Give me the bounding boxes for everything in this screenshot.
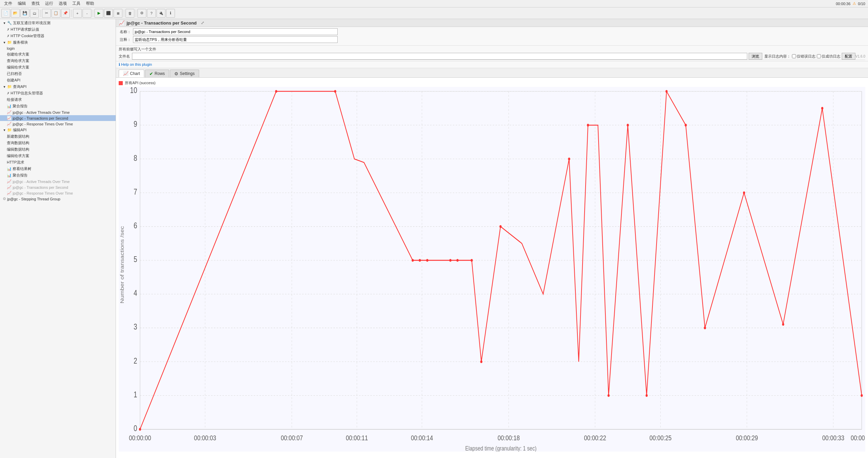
settings-button[interactable]: ⚙: [137, 9, 146, 18]
svg-text:2: 2: [134, 356, 137, 366]
run-button[interactable]: ▶: [94, 9, 103, 18]
sidebar-service-label: 服务模块: [13, 40, 28, 45]
menu-run[interactable]: 运行: [42, 0, 56, 7]
svg-text:00:00:29: 00:00:29: [736, 434, 758, 442]
sidebar-item-aggregate2[interactable]: 📊 聚合报告: [0, 172, 116, 179]
maximize-button[interactable]: ⤢: [201, 20, 204, 25]
menu-find[interactable]: 查找: [29, 0, 42, 7]
menu-tools[interactable]: 工具: [70, 0, 83, 7]
only-error-checkbox-label[interactable]: 仅错误日志: [792, 54, 815, 59]
sidebar-item-http-header[interactable]: ✗ HTTP信息头管理器: [0, 90, 116, 96]
only-error-checkbox[interactable]: [792, 54, 796, 58]
sidebar-item-cookie-manager[interactable]: ✗ HTTP Cookie管理器: [0, 33, 116, 39]
sidebar-item-tps2[interactable]: 📈 jp@gc - Transactions per Second: [0, 184, 116, 190]
sidebar-tps2-label: jp@gc - Transactions per Second: [13, 185, 68, 189]
svg-text:0: 0: [134, 424, 137, 433]
paste-button[interactable]: 📌: [61, 9, 70, 18]
svg-text:6: 6: [134, 221, 137, 230]
comment-input[interactable]: [133, 36, 338, 43]
data-point: [860, 394, 863, 397]
data-point: [743, 192, 745, 194]
open-button[interactable]: 📂: [11, 9, 20, 18]
config-icon-2: ✗: [7, 34, 10, 38]
sidebar-item-create-api[interactable]: 创建API: [0, 77, 116, 83]
help-button[interactable]: ?: [147, 9, 156, 18]
save-button[interactable]: 💾: [20, 9, 29, 18]
sidebar-edit-plan2-label: 编辑给求方案: [7, 153, 29, 158]
copy-button[interactable]: 📋: [52, 9, 60, 18]
menu-file[interactable]: 文件: [1, 0, 15, 7]
sidebar-edit-struct-label: 编辑数据结构: [7, 147, 29, 152]
only-success-checkbox[interactable]: [817, 54, 821, 58]
shutdown-button[interactable]: ⏹: [114, 9, 122, 18]
name-label: 名称：: [119, 29, 131, 34]
data-point: [480, 361, 482, 363]
tab-rows[interactable]: ✔ Rows: [145, 70, 169, 77]
sidebar-tps-label: jp@gc - Transactions per Second: [13, 116, 68, 120]
configure-button[interactable]: 配置: [842, 53, 855, 60]
file-name-input[interactable]: [132, 53, 747, 60]
only-success-checkbox-label[interactable]: 仅成功日志: [817, 54, 840, 59]
svg-text:00:00:18: 00:00:18: [498, 434, 520, 442]
sidebar-item-http-request[interactable]: HTTP流求: [0, 159, 116, 166]
new-button[interactable]: 📄: [1, 9, 10, 18]
sidebar-item-response-times2[interactable]: 📈 jp@gc - Response Times Over Time: [0, 190, 116, 196]
report-icon-3: 📊: [7, 173, 12, 178]
only-success-label: 仅成功日志: [822, 54, 840, 59]
collapse-button[interactable]: -: [83, 9, 91, 18]
plugin-help-link[interactable]: ℹ Help on this plugin: [116, 61, 868, 68]
sidebar-item-query-struct[interactable]: 查询数据结构: [0, 140, 116, 146]
cut-button[interactable]: ✂: [42, 9, 51, 18]
status-bar: 00:00:36 ⚠ 0/10: [836, 1, 865, 6]
sidebar-item-service-group[interactable]: ▼ 📁 服务模块: [0, 39, 116, 46]
sidebar-item-connect-request[interactable]: 给接请求: [0, 96, 116, 103]
sidebar-item-edit-struct[interactable]: 编辑数据结构: [0, 146, 116, 153]
settings-tab-label: Settings: [180, 71, 194, 76]
sidebar-item-create-plan[interactable]: 创建给求方案: [0, 51, 116, 58]
sidebar-item-login[interactable]: login: [0, 46, 116, 51]
expand-button[interactable]: +: [73, 9, 82, 18]
sidebar-item-edit-plan[interactable]: 编辑给求方案: [0, 64, 116, 71]
expand-icon-3: ▼: [3, 85, 6, 89]
clear-button[interactable]: 🗑: [126, 9, 134, 18]
file-name-label: 文件名: [119, 54, 130, 59]
menu-edit[interactable]: 编辑: [15, 0, 29, 7]
data-point: [426, 259, 428, 262]
data-point: [646, 394, 648, 397]
remote-button[interactable]: 🔌: [157, 9, 165, 18]
tab-settings[interactable]: ⚙ Settings: [170, 70, 199, 77]
svg-text:00:00:37: 00:00:37: [851, 434, 865, 442]
sidebar-item-active-threads2[interactable]: 📈 jp@gc - Active Threads Over Time: [0, 179, 116, 184]
sidebar-item-response-times[interactable]: 📈 jp@gc - Response Times Over Time: [0, 121, 116, 127]
sidebar-response-times-label: jp@gc - Response Times Over Time: [13, 122, 73, 126]
sidebar-item-root-group[interactable]: ▼ 🔧 互联互通日常环境压测: [0, 20, 116, 26]
sidebar-item-view-results[interactable]: 📊 察看结果树: [0, 166, 116, 172]
sidebar-item-archive[interactable]: 已归档否: [0, 71, 116, 77]
info-button[interactable]: ℹ: [166, 9, 175, 18]
separator-3: [93, 10, 93, 17]
stop-button[interactable]: ⬛: [104, 9, 113, 18]
warning-icon: ⚠: [853, 1, 856, 6]
sidebar-item-stepping-group[interactable]: ⚙ jp@gc - Stepping Thread Group: [0, 196, 116, 202]
file-section: 所有前缀写入一个文件 文件名 浏览 显示日志内容： 仅错误日志 仅成功日志 配置: [116, 46, 868, 61]
sidebar-item-edit-api-group[interactable]: ▼ 📁 编辑API: [0, 127, 116, 133]
sidebar-item-query-api-group[interactable]: ▼ 📁 查询API: [0, 83, 116, 90]
sidebar-item-edit-plan2[interactable]: 编辑给求方案: [0, 153, 116, 159]
save-all-button[interactable]: 🗂: [30, 9, 39, 18]
sidebar-item-tps[interactable]: 📈 jp@gc - Transactions per Second: [0, 115, 116, 121]
tab-chart[interactable]: 📈 Chart: [119, 70, 144, 77]
sidebar-connect-req-label: 给接请求: [7, 97, 22, 102]
menu-options[interactable]: 选项: [56, 0, 70, 7]
sidebar-item-http-default[interactable]: ✗ HTTP请求默认值: [0, 26, 116, 33]
menu-help[interactable]: 帮助: [83, 0, 97, 7]
svg-text:9: 9: [134, 120, 137, 129]
sidebar-item-aggregate-report[interactable]: 📊 聚合报告: [0, 103, 116, 109]
sidebar-item-active-threads[interactable]: 📈 jp@gc - Active Threads Over Time: [0, 109, 116, 115]
browse-button[interactable]: 浏览: [749, 53, 762, 60]
svg-text:00:00:07: 00:00:07: [281, 434, 303, 442]
sidebar-item-query-plan[interactable]: 查询给求方案: [0, 58, 116, 64]
name-input[interactable]: [133, 28, 338, 35]
sidebar-item-new-struct[interactable]: 新建数据结构: [0, 133, 116, 140]
group-icon-2: 📁: [7, 85, 12, 89]
content-area: 📈 jp@gc - Transactions per Second ⤢ 名称： …: [116, 19, 868, 458]
